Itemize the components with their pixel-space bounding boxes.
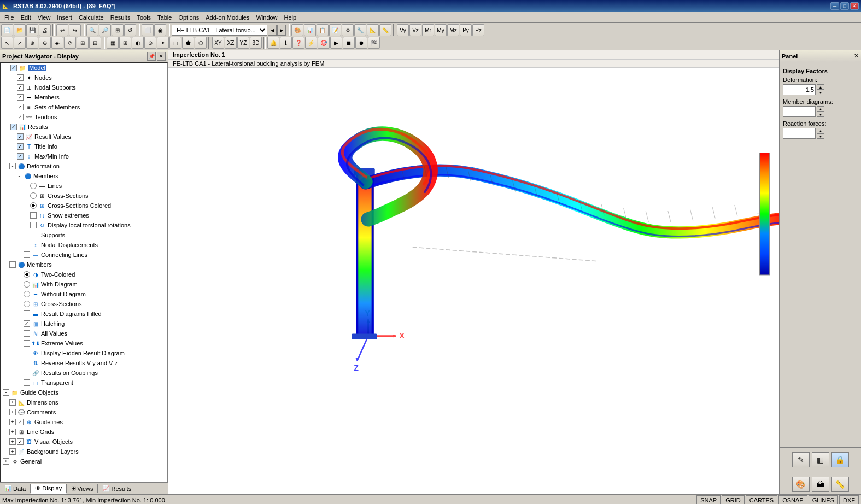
expander-dimensions[interactable]: + — [9, 399, 16, 406]
close-button[interactable]: ✕ — [850, 2, 859, 10]
tb2-18[interactable]: XZ — [225, 37, 237, 49]
deformation-spin-down[interactable]: ▼ — [817, 90, 824, 95]
tb2-5[interactable]: ◈ — [51, 37, 63, 49]
redo-button[interactable]: ↪ — [69, 24, 81, 36]
panel-close-button[interactable]: ✕ — [854, 52, 859, 60]
menu-insert[interactable]: Insert — [54, 13, 75, 22]
tb2-19[interactable]: YZ — [237, 37, 249, 49]
cb-display-torsional[interactable] — [30, 222, 37, 228]
tb2-20[interactable]: 3D — [250, 37, 262, 49]
tree-with-diagram[interactable]: 📊 With Diagram — [1, 279, 167, 289]
cb-connecting-lines[interactable] — [24, 251, 30, 258]
reaction-forces-spin-down[interactable]: ▼ — [817, 133, 824, 139]
tb2-21[interactable]: 🔔 — [267, 37, 279, 49]
tree-visual-objects[interactable]: + 🖼 Visual Objects — [1, 437, 167, 447]
expander-general[interactable]: + — [3, 458, 9, 465]
cb-title-info[interactable] — [17, 143, 24, 150]
menu-help[interactable]: Help — [281, 13, 300, 22]
cb-result-diagrams-filled[interactable] — [24, 310, 30, 317]
tree-general[interactable]: + ⚙ General — [1, 456, 167, 466]
tb2-16[interactable]: ⬡ — [195, 37, 207, 49]
tb-icon-11[interactable]: Mr — [422, 24, 434, 36]
cb-show-extremes[interactable] — [30, 212, 37, 219]
cb-reverse-results[interactable] — [24, 360, 30, 366]
menu-window[interactable]: Window — [253, 13, 280, 22]
canvas-viewport[interactable]: X Y Z — [168, 68, 779, 488]
deformation-input[interactable] — [783, 84, 816, 95]
tb2-10[interactable]: ⊞ — [119, 37, 131, 49]
menu-addon[interactable]: Add-on Modules — [202, 13, 253, 22]
reaction-forces-spin-up[interactable]: ▲ — [817, 128, 824, 133]
tree-lines[interactable]: — Lines — [1, 181, 167, 191]
nav-pin[interactable]: 📌 — [147, 52, 156, 61]
tree-members-results[interactable]: - 🔵 Members — [1, 260, 167, 269]
table-button[interactable]: ▦ — [812, 452, 829, 467]
member-diagrams-input[interactable] — [783, 106, 816, 117]
rotate-button[interactable]: ↺ — [124, 24, 136, 36]
menu-file[interactable]: File — [1, 13, 17, 22]
tb-icon-5[interactable]: ⚙ — [342, 24, 354, 36]
ruler-button[interactable]: 📏 — [831, 477, 849, 492]
member-diagrams-spin-down[interactable]: ▼ — [817, 112, 824, 117]
cb-hatching[interactable] — [24, 320, 30, 327]
tree-guide-objects[interactable]: - 📁 Guide Objects — [1, 388, 167, 397]
tree-hatching[interactable]: ▨ Hatching — [1, 319, 167, 329]
tab-data[interactable]: 📊 Data — [0, 484, 31, 493]
tb-icon-13[interactable]: Mz — [447, 24, 459, 36]
minimize-button[interactable]: ─ — [830, 2, 839, 10]
dropdown-prev[interactable]: ◀ — [268, 25, 277, 36]
cb-model[interactable] — [10, 65, 17, 71]
radio-lines[interactable] — [30, 183, 37, 189]
tb2-24[interactable]: ⚡ — [305, 37, 317, 49]
tb-icon-9[interactable]: Vy — [397, 24, 409, 36]
cb-visual-objects[interactable] — [17, 438, 24, 445]
cb-results-couplings[interactable] — [24, 370, 30, 376]
tb2-6[interactable]: ⟳ — [64, 37, 76, 49]
menu-table[interactable]: Table — [154, 13, 175, 22]
tb-icon-10[interactable]: Vz — [409, 24, 421, 36]
zoom-all-button[interactable]: ⊞ — [112, 24, 124, 36]
tree-all-values[interactable]: ℕ All Values — [1, 329, 167, 338]
expander-comments[interactable]: + — [9, 409, 16, 415]
tree-reverse-results[interactable]: ⇅ Reverse Results V-y and V-z — [1, 358, 167, 368]
tree-show-extremes[interactable]: ↑↓ Show extremes — [1, 210, 167, 220]
expander-members-results[interactable]: - — [9, 261, 16, 268]
reaction-forces-input[interactable] — [783, 128, 816, 139]
new-button[interactable]: 📄 — [1, 24, 13, 36]
tree-results-couplings[interactable]: 🔗 Results on Couplings — [1, 368, 167, 378]
tb2-7[interactable]: ⊞ — [77, 37, 89, 49]
menu-results[interactable]: Results — [107, 13, 134, 22]
tb2-25[interactable]: 🎯 — [318, 37, 330, 49]
tb-icon-6[interactable]: 🔧 — [354, 24, 366, 36]
tab-results[interactable]: 📈 Results — [98, 484, 136, 493]
tb-icon-15[interactable]: Pz — [472, 24, 484, 36]
tree-extreme-values[interactable]: ⬆⬇ Extreme Values — [1, 338, 167, 348]
tree-title-info[interactable]: T Title Info — [1, 142, 167, 151]
cb-transparent[interactable] — [24, 379, 30, 386]
expander-results[interactable]: - — [3, 124, 9, 130]
cb-tendons[interactable] — [17, 114, 24, 120]
cb-nodal-disp[interactable] — [24, 242, 30, 248]
undo-button[interactable]: ↩ — [56, 24, 68, 36]
menu-options[interactable]: Options — [175, 13, 202, 22]
tb2-28[interactable]: ⏺ — [355, 37, 367, 49]
tb2-4[interactable]: ⊖ — [39, 37, 51, 49]
tree-display-hidden[interactable]: 👁 Display Hidden Result Diagram — [1, 348, 167, 358]
expander-line-grids[interactable]: + — [9, 429, 16, 435]
expander-deformation[interactable]: - — [9, 163, 16, 169]
expander-guidelines[interactable]: + — [9, 419, 16, 425]
open-button[interactable]: 📂 — [14, 24, 26, 36]
radio-without-diagram[interactable] — [24, 291, 30, 297]
cb-nodal-supports[interactable] — [17, 84, 24, 91]
cb-result-values[interactable] — [17, 133, 24, 140]
tb-icon-4[interactable]: 📝 — [329, 24, 341, 36]
save-button[interactable]: 💾 — [26, 24, 38, 36]
tree-nodal-disp[interactable]: ↕ Nodal Displacements — [1, 240, 167, 250]
tree-nodal-supports[interactable]: ⊥ Nodal Supports — [1, 83, 167, 92]
cartes-button[interactable]: CARTES — [746, 495, 777, 505]
menu-edit[interactable]: Edit — [17, 13, 34, 22]
tab-views[interactable]: ⊞ Views — [67, 484, 98, 493]
nav-close[interactable]: ✕ — [157, 52, 166, 61]
tb-icon-2[interactable]: 📊 — [304, 24, 316, 36]
cb-results[interactable] — [10, 124, 17, 130]
